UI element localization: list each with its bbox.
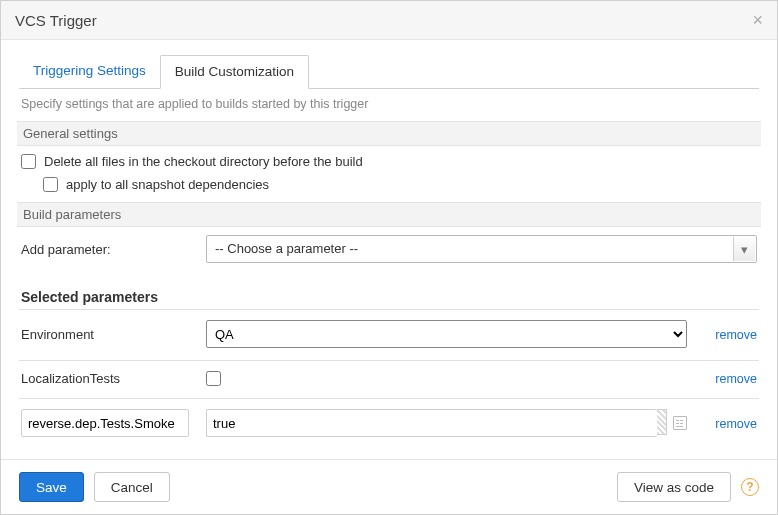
param-value-input[interactable] <box>206 409 657 437</box>
tab-build-customization[interactable]: Build Customization <box>160 55 309 89</box>
param-environment-select[interactable]: QA <box>206 320 687 348</box>
keyboard-icon[interactable] <box>673 416 687 430</box>
apply-snapshot-checkbox[interactable] <box>43 177 58 192</box>
tab-triggering-settings[interactable]: Triggering Settings <box>19 55 160 89</box>
section-build-parameters: Build parameters <box>17 202 761 227</box>
tab-hint: Specify settings that are applied to bui… <box>21 97 759 111</box>
save-button[interactable]: Save <box>19 472 84 502</box>
delete-files-label: Delete all files in the checkout directo… <box>44 154 363 169</box>
add-parameter-label: Add parameter: <box>21 242 206 257</box>
vcs-trigger-dialog: VCS Trigger × Triggering Settings Build … <box>0 0 778 515</box>
help-icon[interactable]: ? <box>741 478 759 496</box>
remove-link[interactable]: remove <box>715 372 757 386</box>
resize-handle-icon[interactable] <box>657 409 667 435</box>
tabs: Triggering Settings Build Customization <box>19 54 759 89</box>
apply-snapshot-label: apply to all snapshot dependencies <box>66 177 269 192</box>
param-name-input[interactable] <box>21 409 189 437</box>
remove-link[interactable]: remove <box>715 328 757 342</box>
param-row-environment: Environment QA remove <box>19 310 759 358</box>
dialog-titlebar: VCS Trigger × <box>1 1 777 40</box>
close-icon[interactable]: × <box>752 11 763 29</box>
add-parameter-placeholder: -- Choose a parameter -- <box>215 241 358 256</box>
param-name: LocalizationTests <box>21 371 206 386</box>
remove-link[interactable]: remove <box>715 417 757 431</box>
view-as-code-button[interactable]: View as code <box>617 472 731 502</box>
section-general-settings: General settings <box>17 121 761 146</box>
param-row-reverse-dep: remove <box>19 399 759 447</box>
add-parameter-select[interactable]: -- Choose a parameter -- ▾ <box>206 235 757 263</box>
dialog-footer: Save Cancel View as code ? <box>1 459 777 514</box>
selected-parameters-heading: Selected parameters <box>21 289 759 305</box>
param-localizationtests-checkbox[interactable] <box>206 371 221 386</box>
chevron-down-icon: ▾ <box>733 237 755 261</box>
param-row-localizationtests: LocalizationTests remove <box>19 361 759 396</box>
dialog-title: VCS Trigger <box>15 12 97 29</box>
param-name: Environment <box>21 327 206 342</box>
cancel-button[interactable]: Cancel <box>94 472 170 502</box>
dialog-body: Triggering Settings Build Customization … <box>1 40 777 459</box>
delete-files-checkbox[interactable] <box>21 154 36 169</box>
